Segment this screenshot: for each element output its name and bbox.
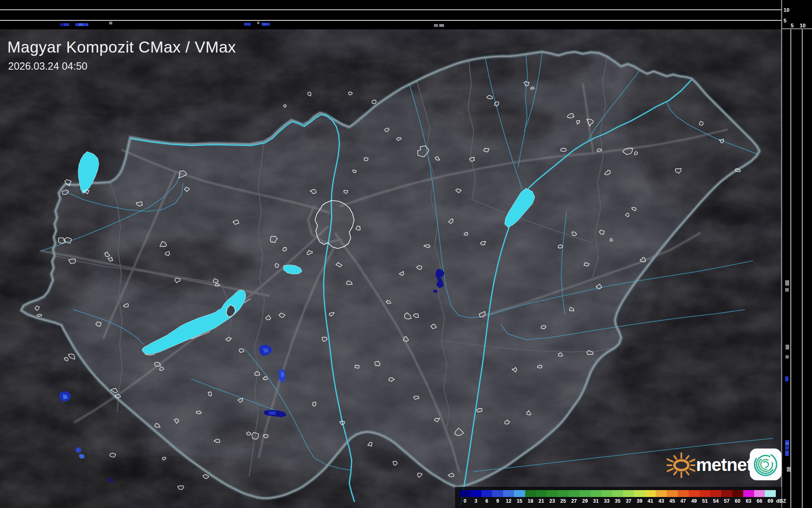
dbz-swatch-57 [721, 490, 732, 497]
dbz-swatch-15 [514, 490, 525, 497]
dbz-swatch-51 [700, 490, 711, 497]
dbz-swatch-6 [482, 490, 492, 497]
dbz-tick-label: 21 [536, 498, 547, 504]
dbz-swatch-37 [623, 490, 634, 497]
dbz-swatch-49 [689, 490, 700, 497]
dbz-tick-label: 6 [482, 498, 492, 504]
dbz-tick-label: 39 [634, 498, 645, 504]
branding: metnet [667, 446, 783, 483]
dbz-swatch-27 [569, 490, 580, 497]
radar-viewer: Magyar Kompozit CMax / VMax 2026.03.24 0… [0, 0, 812, 508]
dbz-swatch-45 [667, 490, 678, 497]
dbz-swatch-39 [634, 490, 645, 497]
dbz-tick-label: 49 [689, 498, 700, 504]
map-canvas[interactable] [0, 0, 812, 508]
page-title: Magyar Kompozit CMax / VMax [7, 38, 236, 56]
side-profile-strip[interactable] [781, 29, 812, 508]
dbz-swatch-43 [656, 490, 667, 497]
timestamp: 2026.03.24 04:50 [8, 60, 88, 72]
dbz-tick-label: 43 [656, 498, 667, 504]
dbz-swatch-54 [710, 490, 721, 497]
dbz-tick-label: 37 [623, 498, 634, 504]
dbz-tick-label: 23 [547, 498, 558, 504]
dbz-swatch-63 [743, 490, 754, 497]
metnet-app-icon[interactable] [749, 448, 782, 482]
dbz-tick-label: 27 [569, 498, 580, 504]
height-axis-label-5km: 5 [784, 18, 786, 24]
metnet-logo-text[interactable]: metnet [696, 455, 752, 475]
dbz-tick-label: 54 [710, 498, 721, 504]
dbz-swatch-29 [580, 490, 591, 497]
dbz-colorbar: 0369121518212325272931333537394143454749… [455, 487, 781, 508]
dbz-tick-label: 60 [732, 498, 743, 504]
dbz-tick-label: 63 [743, 498, 754, 504]
side-axis-label-5km: 5 [790, 22, 793, 29]
dbz-tick-label: 12 [503, 498, 514, 504]
dbz-tick-label: 29 [580, 498, 591, 504]
dbz-swatch-69 [765, 490, 776, 497]
dbz-tick-label: 69 [765, 498, 776, 504]
dbz-swatch-row [460, 490, 776, 497]
dbz-swatch-21 [536, 490, 547, 497]
dbz-tick-label: 9 [492, 498, 503, 504]
dbz-swatch-18 [525, 490, 536, 497]
dbz-swatch-3 [471, 490, 482, 497]
dbz-label-row: 0369121518212325272931333537394143454749… [460, 498, 790, 504]
dbz-tick-label: 41 [645, 498, 656, 504]
dbz-tick-label: 51 [700, 498, 711, 504]
dbz-tick-label: 45 [667, 498, 678, 504]
dbz-tick-label: 33 [601, 498, 612, 504]
dbz-swatch-35 [612, 490, 623, 497]
dbz-tick-label: 3 [471, 498, 482, 504]
height-axis-label-10km: 10 [784, 7, 789, 13]
dbz-tick-label: 18 [525, 498, 536, 504]
dbz-tick-label: 35 [612, 498, 623, 504]
side-axis-label-10km: 10 [800, 22, 805, 29]
dbz-tick-label: 15 [514, 498, 525, 504]
time-profile-strip[interactable] [0, 0, 812, 29]
dbz-swatch-23 [547, 490, 558, 497]
dbz-tick-label: 0 [460, 498, 471, 504]
dbz-swatch-0 [460, 490, 471, 497]
dbz-swatch-41 [645, 490, 656, 497]
dbz-tick-label: 31 [591, 498, 602, 504]
dbz-swatch-33 [601, 490, 612, 497]
dbz-tick-label: 57 [721, 498, 732, 504]
dbz-swatch-12 [503, 490, 514, 497]
dbz-swatch-25 [558, 490, 569, 497]
dbz-tick-label: 25 [558, 498, 569, 504]
dbz-unit-label: dBZ [776, 498, 790, 504]
dbz-swatch-47 [678, 490, 689, 497]
dbz-swatch-66 [754, 490, 765, 497]
dbz-swatch-31 [591, 490, 602, 497]
metnet-sun-icon[interactable] [667, 446, 695, 483]
dbz-tick-label: 47 [678, 498, 689, 504]
dbz-swatch-60 [732, 490, 743, 497]
dbz-tick-label: 66 [754, 498, 765, 504]
dbz-swatch-9 [492, 490, 503, 497]
map-layers [0, 0, 812, 508]
